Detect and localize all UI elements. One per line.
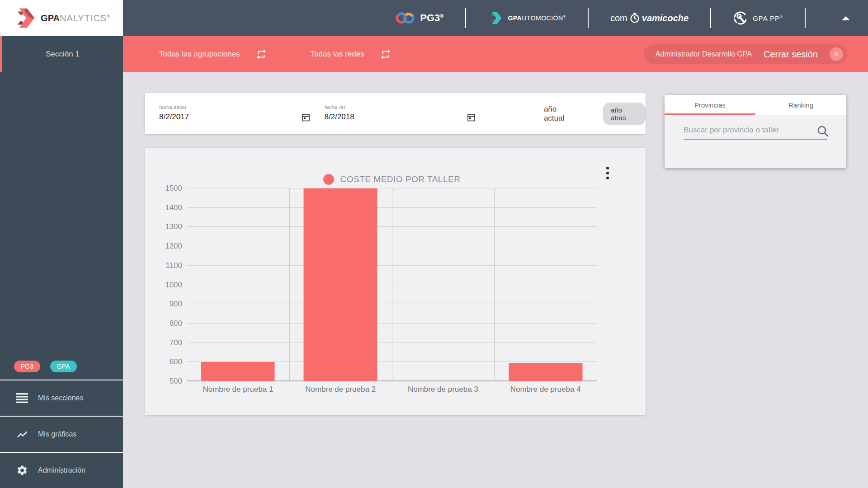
calendar-icon[interactable] bbox=[467, 113, 475, 122]
chart-legend: COSTE MEDIO POR TALLER bbox=[187, 173, 597, 186]
chart-title: COSTE MEDIO POR TALLER bbox=[340, 174, 461, 184]
pg3-logo[interactable]: PG3® bbox=[395, 11, 443, 25]
y-axis-tick: 1200 bbox=[159, 242, 182, 251]
bar[interactable] bbox=[304, 188, 377, 381]
header-partner-logos: PG3® GPAUTOMOCIÓN® com bbox=[123, 0, 868, 36]
y-axis-tick: 1300 bbox=[159, 222, 182, 231]
anio-actual-button[interactable]: año actual bbox=[544, 105, 578, 123]
fecha-fin-label: fecha fin bbox=[324, 104, 476, 110]
gpautomocion-label: GPAUTOMOCIÓN® bbox=[508, 14, 566, 22]
anio-atras-button[interactable]: año atras bbox=[603, 103, 646, 125]
swap-redes-icon[interactable] bbox=[380, 48, 392, 60]
sidebar-bottom: PG3 GPA Mis secciones bbox=[0, 353, 123, 488]
redes-select[interactable]: Todas las redes bbox=[311, 50, 364, 59]
pg3-label: PG3® bbox=[420, 12, 443, 24]
header-divider bbox=[710, 8, 711, 28]
y-axis-tick: 900 bbox=[159, 300, 182, 309]
gpautomocion-arrow-icon bbox=[488, 10, 503, 26]
chart-card: COSTE MEDIO POR TALLER 50060070080090010… bbox=[145, 148, 646, 415]
chart-menu-kebab-icon[interactable] bbox=[603, 165, 612, 181]
tab-ranking[interactable]: Ranking bbox=[755, 95, 846, 115]
y-axis-tick: 700 bbox=[159, 338, 182, 347]
app-root: GPANALYTICS® PG3® GPAUTOMOCIÓN® bbox=[0, 0, 868, 488]
provinces-panel: Provincias Ranking bbox=[665, 95, 846, 168]
gpa-badge[interactable]: GPA bbox=[50, 361, 77, 372]
collapse-caret-icon[interactable] bbox=[842, 16, 850, 20]
user-session-pill: Administrador Desarrollo GPA Cerrar sesi… bbox=[644, 44, 847, 64]
panel-body bbox=[665, 115, 846, 168]
fecha-inicio-label: fecha inicio bbox=[159, 104, 311, 110]
filter-toolbar: Todas las agrupaciones Todas las redes A… bbox=[123, 36, 868, 72]
column-separator bbox=[494, 188, 495, 381]
legend-dot-icon bbox=[323, 174, 334, 185]
y-axis-tick: 800 bbox=[159, 319, 182, 328]
column-separator bbox=[289, 188, 290, 381]
user-name: Administrador Desarrollo GPA bbox=[656, 50, 752, 58]
section-label: Sección 1 bbox=[46, 50, 80, 59]
clock-icon bbox=[629, 13, 640, 23]
header-divider bbox=[805, 8, 806, 28]
calendar-icon[interactable] bbox=[302, 113, 310, 122]
y-axis-tick: 600 bbox=[159, 357, 182, 366]
column-separator bbox=[392, 188, 392, 381]
gpanalytics-logo: GPANALYTICS® bbox=[0, 0, 123, 36]
column-separator bbox=[187, 188, 187, 381]
sidebar-item-seccion-1[interactable]: Sección 1 bbox=[0, 36, 123, 72]
x-axis-labels: Nombre de prueba 1Nombre de prueba 2Nomb… bbox=[187, 385, 597, 396]
x-axis-label: Nombre de prueba 1 bbox=[203, 385, 273, 394]
tab-provincias[interactable]: Provincias bbox=[665, 95, 755, 115]
y-axis-tick: 1500 bbox=[159, 184, 182, 193]
header-divider bbox=[465, 8, 466, 28]
panel-tabs: Provincias Ranking bbox=[665, 95, 846, 115]
logout-close-icon[interactable]: ✕ bbox=[830, 47, 843, 61]
y-axis-tick: 1400 bbox=[159, 203, 182, 212]
trending-icon bbox=[16, 428, 28, 440]
fecha-inicio-field[interactable]: fecha inicio 8/2/2017 bbox=[159, 102, 311, 125]
sidebar-item-label: Mis gráficas bbox=[38, 430, 76, 438]
main-content: fecha inicio 8/2/2017 fecha fin 8/2/2018 bbox=[123, 72, 868, 488]
search-icon[interactable] bbox=[816, 125, 829, 137]
x-axis-label: Nombre de prueba 3 bbox=[408, 385, 478, 394]
gear-icon bbox=[16, 465, 28, 476]
y-axis-tick: 1100 bbox=[159, 261, 182, 270]
list-icon bbox=[16, 392, 28, 404]
sidebar-item-label: Administración bbox=[38, 466, 85, 474]
brand-text: GPANALYTICS® bbox=[41, 13, 110, 23]
swap-agrupaciones-icon[interactable] bbox=[255, 48, 267, 60]
badge-row: PG3 GPA bbox=[0, 353, 123, 380]
fecha-fin-field[interactable]: fecha fin 8/2/2018 bbox=[324, 102, 476, 125]
date-filter-card: fecha inicio 8/2/2017 fecha fin 8/2/2018 bbox=[145, 93, 646, 134]
agrupaciones-select[interactable]: Todas las agrupaciones bbox=[159, 50, 240, 59]
fecha-fin-value[interactable]: 8/2/2018 bbox=[324, 113, 354, 122]
sidebar: Sección 1 PG3 GPA Mis secciones bbox=[0, 36, 123, 488]
gpaapp-wrench-icon bbox=[733, 10, 748, 26]
header-divider bbox=[588, 8, 589, 28]
bar[interactable] bbox=[509, 363, 582, 381]
y-axis-tick: 500 bbox=[159, 377, 182, 386]
app-header: GPANALYTICS® PG3® GPAUTOMOCIÓN® bbox=[0, 0, 868, 36]
search-input[interactable] bbox=[684, 126, 827, 135]
x-axis-label: Nombre de prueba 2 bbox=[305, 385, 376, 394]
sidebar-item-administracion[interactable]: Administración bbox=[0, 452, 123, 488]
column-separator bbox=[597, 188, 597, 381]
left-column: fecha inicio 8/2/2017 fecha fin 8/2/2018 bbox=[145, 93, 646, 415]
gpaapp-logo[interactable]: GPA PP® bbox=[733, 10, 783, 26]
logout-button[interactable]: Cerrar sesión bbox=[764, 49, 818, 60]
y-axis-tick: 1000 bbox=[159, 281, 182, 290]
bar-chart-plot: 500600700800900100011001200130014001500 bbox=[187, 188, 597, 381]
bar[interactable] bbox=[201, 362, 275, 381]
comprovamicoche-logo[interactable]: com vamicoche bbox=[610, 13, 689, 23]
gpautomocion-logo[interactable]: GPAUTOMOCIÓN® bbox=[488, 10, 566, 26]
comprovamicoche-label: com vamicoche bbox=[610, 13, 689, 23]
gpa-arrow-icon bbox=[13, 6, 37, 30]
sidebar-item-mis-graficas[interactable]: Mis gráficas bbox=[0, 416, 123, 452]
gpaapp-label: GPA PP® bbox=[753, 14, 783, 22]
x-axis-label: Nombre de prueba 4 bbox=[510, 385, 581, 394]
pg3-infinity-icon bbox=[395, 11, 415, 25]
pg3-badge[interactable]: PG3 bbox=[14, 361, 40, 372]
search-row bbox=[684, 126, 827, 140]
sidebar-item-label: Mis secciones bbox=[38, 394, 83, 402]
fecha-inicio-value[interactable]: 8/2/2017 bbox=[159, 113, 189, 122]
sidebar-item-mis-secciones[interactable]: Mis secciones bbox=[0, 380, 123, 416]
